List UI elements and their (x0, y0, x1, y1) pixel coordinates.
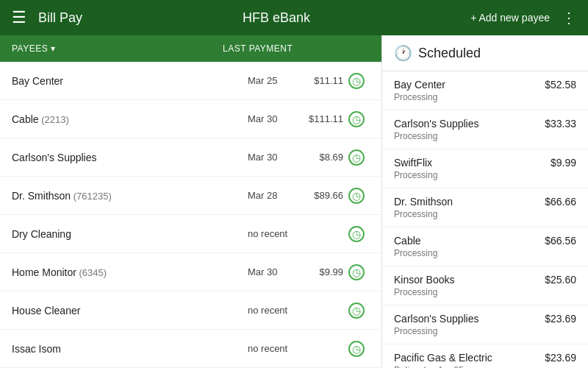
payee-id: (2213) (39, 114, 69, 125)
scheduled-item[interactable]: Pacific Gas & Electric$23.69Deliver by: … (382, 344, 588, 368)
last-payment-column-header: LAST PAYMENT (223, 43, 370, 54)
payee-row[interactable]: House Cleanerno recent◷ (0, 291, 381, 330)
clock-icon[interactable]: ◷ (343, 226, 370, 242)
payee-row[interactable]: Issac Isomno recent◷ (0, 330, 381, 368)
bill-pay-title: Bill Pay (38, 10, 82, 26)
scheduled-item[interactable]: Carlson's Supplies$23.69Processing (382, 305, 588, 344)
scheduled-item-name: Carlson's Supplies (394, 313, 479, 325)
scheduled-item[interactable]: Bay Center$52.58Processing (382, 71, 588, 110)
scheduled-item-amount: $33.33 (545, 118, 576, 130)
payees-column-header[interactable]: PAYEES ▾ (12, 43, 223, 54)
payee-amount: $8.69 (292, 152, 343, 163)
scheduled-list: Bay Center$52.58ProcessingCarlson's Supp… (382, 71, 588, 368)
header-right: + Add new payee ⋮ (470, 9, 576, 26)
main-content: PAYEES ▾ LAST PAYMENT Bay CenterMar 25$1… (0, 35, 588, 368)
scheduled-item-status: Processing (394, 248, 576, 258)
scheduled-item-status: Processing (394, 131, 576, 141)
payee-id: (761235) (71, 191, 112, 202)
payee-id: (6345) (76, 267, 107, 278)
header-left: ☰ Bill Pay (12, 8, 82, 27)
scheduled-header: 🕐 Scheduled (382, 35, 588, 71)
payee-date: Mar 25 (248, 75, 292, 86)
scheduled-item-status: Deliver by: Apr 05 (394, 365, 576, 368)
more-icon[interactable]: ⋮ (562, 9, 576, 26)
scheduled-item[interactable]: Carlson's Supplies$33.33Processing (382, 110, 588, 149)
payee-row[interactable]: Dry Cleaningno recent◷ (0, 215, 381, 253)
clock-icon[interactable]: ◷ (343, 188, 370, 204)
menu-icon[interactable]: ☰ (12, 8, 26, 27)
scheduled-item-amount: $23.69 (545, 313, 576, 325)
scheduled-item-status: Processing (394, 287, 576, 297)
scheduled-item-amount: $66.66 (545, 196, 576, 208)
scheduled-item-name: SwiftFlix (394, 157, 432, 169)
payees-list: Bay CenterMar 25$11.11◷Cable (2213)Mar 3… (0, 62, 381, 368)
scheduled-clock-icon: 🕐 (394, 44, 412, 62)
scheduled-item[interactable]: Cable$66.56Processing (382, 227, 588, 266)
payee-name: Issac Isom (12, 343, 248, 355)
payee-row[interactable]: Carlson's SuppliesMar 30$8.69◷ (0, 138, 381, 177)
payee-amount: $11.11 (292, 75, 343, 86)
scheduled-item[interactable]: Dr. Smithson$66.66Processing (382, 188, 588, 227)
payee-name: Cable (2213) (12, 113, 248, 125)
scheduled-item-status: Processing (394, 209, 576, 219)
scheduled-item-amount: $23.69 (545, 352, 576, 364)
payee-date: Mar 30 (248, 266, 292, 277)
scheduled-item-amount: $9.99 (551, 157, 576, 169)
clock-icon[interactable]: ◷ (343, 341, 370, 357)
scheduled-item-name: Pacific Gas & Electric (394, 352, 492, 364)
clock-icon[interactable]: ◷ (343, 264, 370, 280)
scheduled-item[interactable]: SwiftFlix$9.99Processing (382, 149, 588, 188)
payees-panel: PAYEES ▾ LAST PAYMENT Bay CenterMar 25$1… (0, 35, 382, 368)
payee-row[interactable]: Bay CenterMar 25$11.11◷ (0, 62, 381, 100)
payee-date: no recent (248, 343, 292, 354)
payee-name: Dry Cleaning (12, 228, 248, 240)
payee-name: Home Monitor (6345) (12, 266, 248, 278)
add-payee-button[interactable]: + Add new payee (470, 12, 550, 24)
scheduled-title: Scheduled (418, 46, 481, 61)
payee-date: Mar 30 (248, 113, 292, 124)
payee-name: Dr. Smithson (761235) (12, 190, 248, 202)
scheduled-item-amount: $66.56 (545, 235, 576, 247)
clock-icon[interactable]: ◷ (343, 111, 370, 127)
app-header: ☰ Bill Pay HFB eBank + Add new payee ⋮ (0, 0, 588, 35)
payee-name: House Cleaner (12, 305, 248, 316)
scheduled-item-name: Carlson's Supplies (394, 118, 479, 130)
payee-date: Mar 30 (248, 152, 292, 163)
payee-name: Carlson's Supplies (12, 152, 248, 163)
clock-icon[interactable]: ◷ (343, 149, 370, 166)
payee-row[interactable]: Home Monitor (6345)Mar 30$9.99◷ (0, 253, 381, 291)
scheduled-item-status: Processing (394, 170, 576, 180)
scheduled-item-name: Kinsor Books (394, 274, 454, 286)
payee-name: Bay Center (12, 75, 248, 87)
payee-amount: $111.11 (292, 113, 343, 124)
scheduled-item-amount: $25.60 (545, 274, 576, 286)
scheduled-item[interactable]: Kinsor Books$25.60Processing (382, 266, 588, 305)
payee-amount: $9.99 (292, 266, 343, 277)
scheduled-panel: 🕐 Scheduled Bay Center$52.58ProcessingCa… (382, 35, 588, 368)
clock-icon[interactable]: ◷ (343, 302, 370, 319)
payee-date: no recent (248, 228, 292, 239)
scheduled-item-amount: $52.58 (545, 79, 576, 91)
payee-date: Mar 28 (248, 190, 292, 201)
scheduled-item-status: Processing (394, 326, 576, 336)
column-headers: PAYEES ▾ LAST PAYMENT (0, 35, 381, 62)
payee-date: no recent (248, 305, 292, 316)
clock-icon[interactable]: ◷ (343, 73, 370, 89)
payee-row[interactable]: Cable (2213)Mar 30$111.11◷ (0, 100, 381, 138)
payee-amount: $89.66 (292, 190, 343, 201)
scheduled-item-name: Cable (394, 235, 421, 247)
payee-row[interactable]: Dr. Smithson (761235)Mar 28$89.66◷ (0, 177, 381, 215)
app-name: HFB eBank (82, 10, 470, 26)
scheduled-item-status: Processing (394, 92, 576, 102)
scheduled-item-name: Dr. Smithson (394, 196, 453, 208)
scheduled-item-name: Bay Center (394, 79, 445, 91)
